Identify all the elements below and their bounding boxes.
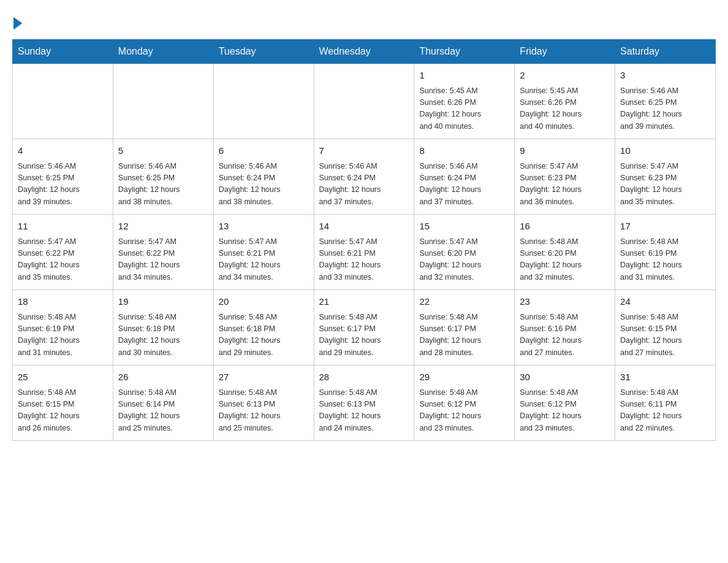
- day-info: Sunrise: 5:48 AMSunset: 6:13 PMDaylight:…: [319, 387, 409, 435]
- day-number: 1: [419, 69, 509, 83]
- day-number: 22: [419, 295, 509, 309]
- day-number: 18: [18, 295, 108, 309]
- calendar-cell: 22Sunrise: 5:48 AMSunset: 6:17 PMDayligh…: [414, 290, 515, 366]
- day-info: Sunrise: 5:46 AMSunset: 6:24 PMDaylight:…: [319, 161, 409, 209]
- calendar-cell: 6Sunrise: 5:46 AMSunset: 6:24 PMDaylight…: [213, 139, 314, 215]
- day-info: Sunrise: 5:48 AMSunset: 6:12 PMDaylight:…: [419, 387, 509, 435]
- calendar-cell: 12Sunrise: 5:47 AMSunset: 6:22 PMDayligh…: [113, 215, 213, 290]
- day-number: 31: [620, 370, 710, 385]
- calendar-week-row: 25Sunrise: 5:48 AMSunset: 6:15 PMDayligh…: [13, 366, 716, 441]
- day-number: 28: [319, 370, 409, 385]
- day-of-week-header-wednesday: Wednesday: [314, 40, 414, 64]
- day-info: Sunrise: 5:47 AMSunset: 6:21 PMDaylight:…: [319, 236, 409, 284]
- day-info: Sunrise: 5:45 AMSunset: 6:26 PMDaylight:…: [419, 85, 509, 133]
- day-number: 10: [620, 144, 710, 158]
- day-info: Sunrise: 5:48 AMSunset: 6:15 PMDaylight:…: [620, 312, 710, 359]
- day-number: 9: [520, 144, 610, 158]
- calendar-cell: 11Sunrise: 5:47 AMSunset: 6:22 PMDayligh…: [13, 215, 113, 290]
- day-number: 13: [219, 220, 309, 234]
- calendar-week-row: 4Sunrise: 5:46 AMSunset: 6:25 PMDaylight…: [13, 139, 716, 215]
- calendar-cell: 30Sunrise: 5:48 AMSunset: 6:12 PMDayligh…: [515, 366, 615, 441]
- calendar-header-row: SundayMondayTuesdayWednesdayThursdayFrid…: [13, 40, 716, 64]
- day-info: Sunrise: 5:46 AMSunset: 6:24 PMDaylight:…: [219, 161, 309, 209]
- day-info: Sunrise: 5:46 AMSunset: 6:25 PMDaylight:…: [118, 161, 208, 209]
- day-info: Sunrise: 5:47 AMSunset: 6:20 PMDaylight:…: [419, 236, 509, 284]
- day-number: 21: [319, 295, 409, 309]
- calendar-cell: 17Sunrise: 5:48 AMSunset: 6:19 PMDayligh…: [615, 215, 716, 290]
- day-number: 5: [118, 144, 208, 158]
- day-number: 7: [319, 144, 409, 158]
- calendar-cell: 3Sunrise: 5:46 AMSunset: 6:25 PMDaylight…: [615, 64, 716, 139]
- day-number: 6: [219, 144, 309, 158]
- calendar-cell: 15Sunrise: 5:47 AMSunset: 6:20 PMDayligh…: [414, 215, 515, 290]
- day-info: Sunrise: 5:46 AMSunset: 6:25 PMDaylight:…: [18, 161, 108, 209]
- page-header: [12, 12, 716, 27]
- calendar-cell: 16Sunrise: 5:48 AMSunset: 6:20 PMDayligh…: [515, 215, 615, 290]
- day-number: 19: [118, 295, 208, 309]
- calendar-cell: 7Sunrise: 5:46 AMSunset: 6:24 PMDaylight…: [314, 139, 414, 215]
- calendar-cell: 1Sunrise: 5:45 AMSunset: 6:26 PMDaylight…: [414, 64, 515, 139]
- day-info: Sunrise: 5:48 AMSunset: 6:14 PMDaylight:…: [118, 387, 208, 435]
- calendar-cell: 19Sunrise: 5:48 AMSunset: 6:18 PMDayligh…: [113, 290, 213, 366]
- day-info: Sunrise: 5:48 AMSunset: 6:12 PMDaylight:…: [520, 387, 610, 435]
- day-info: Sunrise: 5:48 AMSunset: 6:15 PMDaylight:…: [18, 387, 108, 435]
- day-info: Sunrise: 5:47 AMSunset: 6:22 PMDaylight:…: [118, 236, 208, 284]
- day-number: 2: [520, 69, 610, 83]
- day-number: 17: [620, 220, 710, 234]
- calendar-week-row: 1Sunrise: 5:45 AMSunset: 6:26 PMDaylight…: [13, 64, 716, 139]
- day-number: 3: [620, 69, 710, 83]
- day-number: 20: [219, 295, 309, 309]
- day-of-week-header-friday: Friday: [515, 40, 615, 64]
- day-info: Sunrise: 5:47 AMSunset: 6:23 PMDaylight:…: [520, 161, 610, 209]
- calendar-cell: 5Sunrise: 5:46 AMSunset: 6:25 PMDaylight…: [113, 139, 213, 215]
- calendar-cell: 13Sunrise: 5:47 AMSunset: 6:21 PMDayligh…: [213, 215, 314, 290]
- day-info: Sunrise: 5:48 AMSunset: 6:19 PMDaylight:…: [620, 236, 710, 284]
- day-number: 24: [620, 295, 710, 309]
- calendar-cell: 20Sunrise: 5:48 AMSunset: 6:18 PMDayligh…: [213, 290, 314, 366]
- calendar-cell: 4Sunrise: 5:46 AMSunset: 6:25 PMDaylight…: [13, 139, 113, 215]
- calendar-week-row: 18Sunrise: 5:48 AMSunset: 6:19 PMDayligh…: [13, 290, 716, 366]
- day-info: Sunrise: 5:48 AMSunset: 6:16 PMDaylight:…: [520, 312, 610, 359]
- day-info: Sunrise: 5:48 AMSunset: 6:20 PMDaylight:…: [520, 236, 610, 284]
- calendar-cell: [113, 64, 213, 139]
- day-number: 30: [520, 370, 610, 385]
- day-number: 27: [219, 370, 309, 385]
- logo: [12, 12, 22, 27]
- day-of-week-header-tuesday: Tuesday: [213, 40, 314, 64]
- day-info: Sunrise: 5:46 AMSunset: 6:25 PMDaylight:…: [620, 85, 710, 133]
- calendar-cell: 31Sunrise: 5:48 AMSunset: 6:11 PMDayligh…: [615, 366, 716, 441]
- day-info: Sunrise: 5:47 AMSunset: 6:21 PMDaylight:…: [219, 236, 309, 284]
- calendar-cell: 27Sunrise: 5:48 AMSunset: 6:13 PMDayligh…: [213, 366, 314, 441]
- calendar-cell: 10Sunrise: 5:47 AMSunset: 6:23 PMDayligh…: [615, 139, 716, 215]
- calendar-cell: 21Sunrise: 5:48 AMSunset: 6:17 PMDayligh…: [314, 290, 414, 366]
- calendar-cell: [314, 64, 414, 139]
- calendar-cell: 26Sunrise: 5:48 AMSunset: 6:14 PMDayligh…: [113, 366, 213, 441]
- day-info: Sunrise: 5:48 AMSunset: 6:19 PMDaylight:…: [18, 312, 108, 359]
- calendar-week-row: 11Sunrise: 5:47 AMSunset: 6:22 PMDayligh…: [13, 215, 716, 290]
- day-number: 15: [419, 220, 509, 234]
- day-info: Sunrise: 5:48 AMSunset: 6:18 PMDaylight:…: [118, 312, 208, 359]
- calendar-cell: 28Sunrise: 5:48 AMSunset: 6:13 PMDayligh…: [314, 366, 414, 441]
- day-number: 29: [419, 370, 509, 385]
- calendar-cell: 24Sunrise: 5:48 AMSunset: 6:15 PMDayligh…: [615, 290, 716, 366]
- calendar-table: SundayMondayTuesdayWednesdayThursdayFrid…: [12, 39, 716, 441]
- calendar-cell: [13, 64, 113, 139]
- calendar-cell: 29Sunrise: 5:48 AMSunset: 6:12 PMDayligh…: [414, 366, 515, 441]
- day-info: Sunrise: 5:48 AMSunset: 6:18 PMDaylight:…: [219, 312, 309, 359]
- day-number: 11: [18, 220, 108, 234]
- day-number: 14: [319, 220, 409, 234]
- day-number: 8: [419, 144, 509, 158]
- day-number: 23: [520, 295, 610, 309]
- day-number: 25: [18, 370, 108, 385]
- calendar-cell: 23Sunrise: 5:48 AMSunset: 6:16 PMDayligh…: [515, 290, 615, 366]
- calendar-cell: [213, 64, 314, 139]
- logo-triangle-icon: [13, 17, 22, 29]
- calendar-cell: 8Sunrise: 5:46 AMSunset: 6:24 PMDaylight…: [414, 139, 515, 215]
- calendar-cell: 18Sunrise: 5:48 AMSunset: 6:19 PMDayligh…: [13, 290, 113, 366]
- day-of-week-header-sunday: Sunday: [13, 40, 113, 64]
- day-info: Sunrise: 5:46 AMSunset: 6:24 PMDaylight:…: [419, 161, 509, 209]
- day-of-week-header-saturday: Saturday: [615, 40, 716, 64]
- day-number: 12: [118, 220, 208, 234]
- day-info: Sunrise: 5:48 AMSunset: 6:17 PMDaylight:…: [319, 312, 409, 359]
- day-info: Sunrise: 5:48 AMSunset: 6:13 PMDaylight:…: [219, 387, 309, 435]
